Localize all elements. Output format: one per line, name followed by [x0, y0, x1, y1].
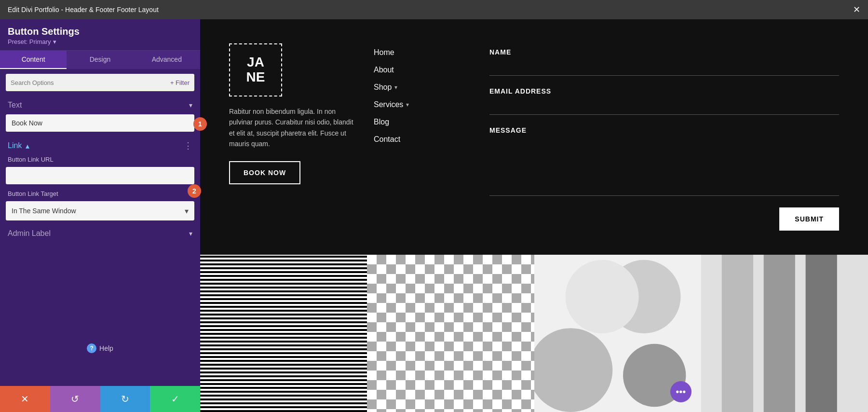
tab-design[interactable]: Design [67, 51, 133, 69]
portfolio-cell-3: ••• [534, 255, 701, 412]
preset-arrow-icon: ▾ [53, 38, 56, 45]
help-icon: ? [87, 343, 96, 353]
nav-label-contact: Contact [374, 135, 400, 144]
url-field-label: Button Link URL [0, 154, 200, 165]
bars-pattern [701, 255, 868, 412]
link-target-label: Button Link Target [0, 188, 200, 199]
help-label: Help [99, 344, 113, 352]
link-section-left: Link ▴ [8, 141, 29, 151]
cancel-button[interactable]: ✕ [0, 386, 50, 412]
save-button[interactable]: ✓ [150, 386, 200, 412]
preview-area: JANE Rabitur non bibendum ligula. In non… [200, 19, 868, 412]
checker-pattern [367, 255, 534, 412]
link-section-header: Link ▴ ⋮ [0, 136, 200, 154]
link-target-select[interactable]: In The Same Window In The New Tab [6, 201, 194, 220]
nav-label-home: Home [374, 48, 394, 57]
footer-logo-text: JANE [246, 55, 265, 85]
filter-button[interactable]: + Filter [170, 79, 190, 86]
preset-label: Preset: Primary [8, 38, 51, 45]
message-field-label: MESSAGE [489, 126, 839, 134]
nav-label-blog: Blog [374, 118, 389, 126]
title-bar: Edit Divi Portfolio - Header & Footer Fo… [0, 0, 868, 19]
admin-label-title: Admin Label [8, 229, 51, 238]
book-now-input-row: 1 [0, 112, 200, 136]
panel-title: Button Settings [8, 26, 192, 37]
footer-left-column: JANE Rabitur non bibendum ligula. In non… [229, 43, 354, 231]
text-section-header: Text ▾ [0, 96, 200, 112]
close-button[interactable]: ✕ [853, 4, 860, 15]
window-title: Edit Divi Portfolio - Header & Footer Fo… [8, 6, 159, 14]
message-textarea[interactable] [489, 138, 839, 196]
link-section-caret-icon[interactable]: ▴ [26, 141, 29, 151]
stripes-pattern [200, 255, 367, 412]
footer-description: Rabitur non bibendum ligula. In non pulv… [229, 106, 354, 150]
email-input[interactable] [489, 99, 839, 115]
help-row[interactable]: ? Help [0, 306, 200, 386]
tab-advanced[interactable]: Advanced [134, 51, 200, 69]
email-field-label: EMAIL ADDRESS [489, 87, 839, 95]
search-bar: + Filter [6, 74, 194, 91]
admin-label-section: Admin Label ▾ [0, 224, 200, 241]
footer-logo: JANE [229, 43, 282, 96]
footer-contact-form: NAME EMAIL ADDRESS MESSAGE SUBMIT [489, 43, 839, 231]
nav-item-home[interactable]: Home [374, 48, 470, 57]
shop-dropdown-icon: ▾ [394, 84, 397, 91]
svg-rect-5 [763, 255, 795, 412]
link-section-title: Link [8, 141, 22, 150]
footer-nav: Home About Shop ▾ Services ▾ Blog Contac [374, 43, 470, 231]
nav-label-services: Services [374, 100, 403, 109]
left-panel: Button Settings Preset: Primary ▾ Conten… [0, 19, 200, 412]
link-section-more-icon[interactable]: ⋮ [184, 140, 192, 151]
text-section-toggle[interactable]: ▾ [189, 101, 192, 109]
svg-rect-4 [721, 255, 753, 412]
svg-rect-6 [805, 255, 837, 412]
submit-button[interactable]: SUBMIT [779, 207, 839, 231]
url-input[interactable] [6, 167, 194, 184]
preset-selector[interactable]: Preset: Primary ▾ [8, 38, 192, 45]
services-dropdown-icon: ▾ [406, 101, 409, 108]
step-2-badge: 2 [188, 184, 201, 198]
admin-section-toggle[interactable]: ▾ [189, 230, 192, 237]
text-section-title: Text [8, 101, 22, 110]
svg-point-1 [565, 260, 638, 333]
redo-button[interactable]: ↻ [100, 386, 150, 412]
nav-item-shop[interactable]: Shop ▾ [374, 83, 470, 92]
portfolio-cell-2 [367, 255, 534, 412]
tab-content[interactable]: Content [0, 51, 67, 69]
link-target-select-wrap: In The Same Window In The New Tab ▾ [6, 201, 194, 220]
main-layout: Button Settings Preset: Primary ▾ Conten… [0, 19, 868, 412]
search-input[interactable] [11, 79, 170, 86]
footer-book-now-button[interactable]: BOOK NOW [229, 161, 300, 184]
name-field-label: NAME [489, 48, 839, 56]
bottom-bar: ✕ ↺ ↻ ✓ [0, 386, 200, 412]
url-input-wrap: 2 [6, 167, 194, 184]
floating-dots-button[interactable]: ••• [670, 381, 692, 402]
nav-item-contact[interactable]: Contact [374, 135, 470, 144]
svg-point-2 [534, 328, 612, 412]
portfolio-cell-1 [200, 255, 367, 412]
portfolio-cell-4 [701, 255, 868, 412]
name-input[interactable] [489, 60, 839, 76]
button-text-input[interactable] [6, 114, 194, 132]
step-1-badge: 1 [193, 117, 207, 131]
panel-header: Button Settings Preset: Primary ▾ [0, 19, 200, 51]
footer-preview: JANE Rabitur non bibendum ligula. In non… [200, 19, 868, 255]
nav-item-blog[interactable]: Blog [374, 118, 470, 126]
nav-item-services[interactable]: Services ▾ [374, 100, 470, 109]
panel-tabs: Content Design Advanced [0, 51, 200, 69]
portfolio-grid: ••• [200, 255, 868, 412]
nav-item-about[interactable]: About [374, 66, 470, 74]
form-submit-row: SUBMIT [489, 207, 839, 231]
undo-button[interactable]: ↺ [50, 386, 100, 412]
nav-label-shop: Shop [374, 83, 392, 92]
nav-label-about: About [374, 66, 394, 74]
